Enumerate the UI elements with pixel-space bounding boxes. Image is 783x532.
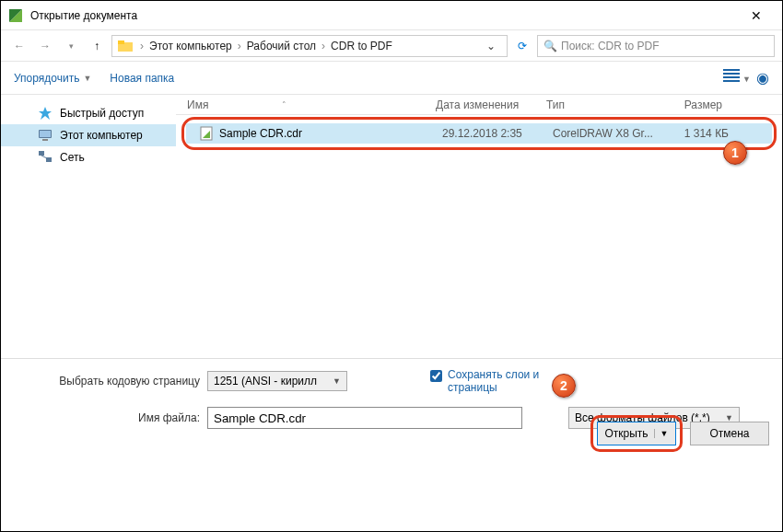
- nav-back-icon[interactable]: ←: [8, 35, 30, 57]
- file-name: Sample CDR.cdr: [219, 127, 302, 140]
- navbar: ← → ▾ ↑ › Этот компьютер › Рабочий стол …: [1, 30, 782, 62]
- svg-rect-6: [723, 76, 740, 78]
- network-icon: [38, 150, 53, 165]
- sidebar: Быстрый доступ Этот компьютер Сеть: [1, 95, 176, 358]
- col-header-date[interactable]: Дата изменения: [428, 98, 539, 111]
- nav-recent-icon[interactable]: ▾: [60, 35, 82, 57]
- titlebar: Открытие документа ✕: [1, 1, 782, 30]
- new-folder-button[interactable]: Новая папка: [110, 72, 174, 85]
- cdr-file-icon: [199, 126, 214, 141]
- col-header-name[interactable]: Имя ˄: [180, 98, 428, 111]
- crumb-folder[interactable]: CDR to PDF: [331, 40, 392, 52]
- nav-forward-icon: →: [34, 35, 56, 57]
- preserve-layers-input[interactable]: [430, 370, 442, 382]
- organize-label: Упорядочить: [14, 72, 79, 85]
- window-title: Открытие документа: [30, 9, 738, 22]
- search-placeholder: Поиск: CDR to PDF: [561, 40, 660, 52]
- sidebar-item-label: Сеть: [60, 151, 85, 164]
- open-button[interactable]: Открыть ▼: [597, 422, 676, 445]
- new-folder-label: Новая папка: [110, 72, 174, 85]
- refresh-icon[interactable]: ⟳: [511, 40, 533, 52]
- col-header-type[interactable]: Тип: [539, 98, 663, 111]
- svg-rect-5: [723, 73, 740, 75]
- file-row[interactable]: Sample CDR.cdr 29.12.2018 2:35 CorelDRAW…: [186, 123, 772, 144]
- chevron-right-icon: ›: [238, 40, 241, 52]
- annotation-badge-2: 2: [552, 374, 576, 398]
- svg-rect-10: [40, 131, 51, 137]
- nav-up-icon[interactable]: ↑: [86, 35, 108, 57]
- chevron-right-icon: ›: [321, 40, 325, 52]
- preserve-layers-checkbox[interactable]: Сохранять слои и страницы: [430, 368, 549, 394]
- file-area: Имя ˄ Дата изменения Тип Размер Sample C…: [176, 95, 782, 358]
- codepage-label: Выбрать кодовую страницу: [14, 375, 207, 387]
- breadcrumb[interactable]: › Этот компьютер › Рабочий стол › CDR to…: [111, 35, 508, 57]
- view-buttons: ▼ ◉: [723, 69, 769, 87]
- file-type: CorelDRAW X8 Gr...: [545, 127, 670, 140]
- filename-input[interactable]: [207, 407, 522, 429]
- svg-rect-12: [39, 151, 44, 156]
- svg-rect-4: [723, 69, 740, 71]
- open-label: Открыть: [604, 427, 648, 440]
- search-input[interactable]: 🔍 Поиск: CDR to PDF: [537, 35, 775, 57]
- organize-button[interactable]: Упорядочить ▼: [14, 72, 91, 85]
- crumb-desktop[interactable]: Рабочий стол: [247, 40, 316, 52]
- view-details-icon[interactable]: ▼: [723, 69, 751, 87]
- split-chevron-icon[interactable]: ▼: [654, 429, 669, 438]
- chevron-down-icon: ▼: [742, 75, 751, 84]
- file-selection-highlight: Sample CDR.cdr 29.12.2018 2:35 CorelDRAW…: [181, 117, 777, 150]
- preserve-layers-label: Сохранять слои и страницы: [448, 368, 549, 394]
- file-size: 1 314 КБ: [670, 127, 743, 140]
- codepage-select[interactable]: 1251 (ANSI - кирилл ▼: [207, 371, 347, 391]
- dialog-buttons: Открыть ▼ Отмена: [590, 415, 769, 452]
- sidebar-item-this-pc[interactable]: Этот компьютер: [1, 124, 176, 146]
- svg-rect-7: [723, 80, 740, 82]
- sort-asc-icon: ˄: [282, 100, 286, 110]
- sidebar-item-network[interactable]: Сеть: [1, 146, 176, 168]
- column-headers: Имя ˄ Дата изменения Тип Размер: [176, 95, 782, 115]
- annotation-badge-1: 1: [723, 141, 747, 165]
- breadcrumb-dropdown-icon[interactable]: ⌄: [481, 40, 501, 52]
- open-file-dialog: Открытие документа ✕ ← → ▾ ↑ › Этот комп…: [0, 0, 783, 532]
- cancel-label: Отмена: [709, 427, 749, 440]
- sidebar-item-quick-access[interactable]: Быстрый доступ: [1, 102, 176, 124]
- chevron-down-icon: ▼: [333, 376, 341, 386]
- chevron-down-icon: ▼: [83, 74, 91, 83]
- help-icon[interactable]: ◉: [756, 69, 769, 87]
- search-icon: 🔍: [543, 40, 557, 52]
- crumb-computer[interactable]: Этот компьютер: [149, 40, 232, 52]
- pc-icon: [38, 128, 53, 143]
- svg-rect-3: [118, 40, 124, 44]
- sidebar-item-label: Этот компьютер: [60, 129, 143, 142]
- cancel-button[interactable]: Отмена: [690, 422, 769, 445]
- star-icon: [38, 106, 53, 121]
- svg-rect-11: [42, 139, 48, 141]
- chevron-right-icon: ›: [140, 40, 144, 52]
- footer: Выбрать кодовую страницу 1251 (ANSI - ки…: [1, 358, 782, 472]
- open-button-highlight: Открыть ▼: [590, 415, 683, 452]
- toolbar: Упорядочить ▼ Новая папка ▼ ◉: [1, 62, 782, 95]
- svg-marker-8: [39, 107, 52, 120]
- app-icon: [8, 8, 23, 23]
- filename-label: Имя файла:: [14, 411, 207, 424]
- folder-icon: [118, 39, 133, 53]
- close-icon[interactable]: ✕: [738, 8, 775, 23]
- sidebar-item-label: Быстрый доступ: [60, 107, 144, 120]
- col-header-size[interactable]: Размер: [663, 98, 737, 111]
- body: Быстрый доступ Этот компьютер Сеть Имя ˄: [1, 95, 782, 358]
- file-date: 29.12.2018 2:35: [435, 127, 545, 140]
- codepage-value: 1251 (ANSI - кирилл: [214, 375, 317, 387]
